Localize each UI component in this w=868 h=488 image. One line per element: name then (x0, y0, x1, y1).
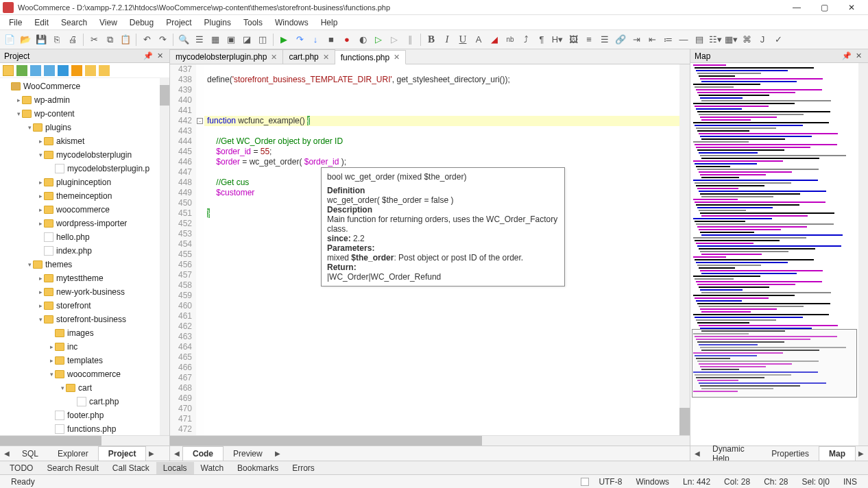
undo-icon[interactable]: ↶ (140, 33, 154, 47)
menu-plugins[interactable]: Plugins (198, 16, 237, 29)
color-icon[interactable]: ◢ (487, 33, 501, 47)
script-icon[interactable]: ⌘ (740, 33, 754, 47)
copy-icon[interactable]: ⧉ (103, 33, 117, 47)
tree-node[interactable]: ▸woocommerce (1, 203, 168, 217)
stop-icon[interactable]: ■ (324, 33, 338, 47)
menu-windows[interactable]: Windows (269, 16, 315, 29)
link-icon[interactable]: 🔗 (614, 33, 627, 47)
tree-node[interactable]: ▾wp-content (1, 107, 168, 121)
tree-node[interactable]: ▾plugins (1, 121, 168, 134)
print-icon[interactable]: 🖨 (66, 33, 80, 47)
tab-sql[interactable]: SQL (12, 447, 48, 461)
editor-tab[interactable]: functions.php✕ (335, 50, 406, 64)
form-icon[interactable]: ▤ (692, 33, 706, 47)
bottom-tab-bookmarks[interactable]: Bookmarks (230, 462, 285, 474)
tab-nav-right[interactable]: ▶ (146, 450, 157, 457)
tree-node[interactable]: ▾cart (1, 381, 168, 395)
menu-project[interactable]: Project (160, 16, 197, 29)
expand-icon[interactable]: ▾ (48, 367, 55, 381)
expand-icon[interactable]: ▾ (15, 107, 22, 121)
minimize-button[interactable]: — (783, 3, 810, 12)
expand-icon[interactable]: ▸ (37, 271, 44, 285)
continue-icon[interactable]: ▷ (372, 33, 385, 47)
tab-close-icon[interactable]: ✕ (271, 53, 277, 62)
align-left-icon[interactable]: ≡ (582, 33, 596, 47)
tree-node[interactable]: images (1, 326, 168, 340)
outdent-icon[interactable]: ⇤ (645, 33, 659, 47)
tab-nav-left[interactable]: ◀ (171, 450, 182, 457)
tree-node[interactable]: ▸inc (1, 340, 168, 354)
paragraph-icon[interactable]: ¶ (535, 33, 548, 47)
search-icon[interactable]: 🔍 (177, 33, 191, 47)
nbsp-icon[interactable]: nb (503, 33, 517, 47)
tree-node[interactable]: ▾storefront-business (1, 313, 168, 326)
hr-icon[interactable]: — (677, 33, 690, 47)
tool-icon[interactable]: ▦ (208, 33, 222, 47)
tree-node[interactable]: ▸wordpress-importer (1, 217, 168, 230)
editor-tab[interactable]: cart.php✕ (283, 49, 335, 64)
save-icon[interactable]: 💾 (34, 33, 48, 47)
expand-icon[interactable]: ▸ (15, 93, 22, 107)
map-pin-icon[interactable]: 📌 (840, 51, 854, 60)
expand-icon[interactable]: ▾ (26, 121, 33, 134)
tool3-icon[interactable]: ◪ (240, 33, 254, 47)
list-icon[interactable]: ≔ (661, 33, 675, 47)
bookmark-icon[interactable]: ☰ (193, 33, 206, 47)
tree-hscroll[interactable] (0, 435, 169, 446)
validate-icon[interactable]: ✓ (771, 33, 785, 47)
tab-preview[interactable]: Preview (224, 447, 272, 461)
anchor-icon[interactable]: ⤴ (519, 33, 533, 47)
fold-column[interactable]: - (196, 64, 204, 435)
tree-node[interactable]: ▸storefront (1, 299, 168, 313)
bottom-tab-todo[interactable]: TODO (3, 462, 40, 474)
bottom-tab-locals[interactable]: Locals (156, 462, 194, 474)
expand-icon[interactable]: ▾ (37, 313, 44, 326)
expand-icon[interactable]: ▸ (48, 340, 55, 354)
image-icon[interactable]: 🖼 (566, 33, 580, 47)
expand-icon[interactable]: ▸ (37, 203, 44, 217)
pt-copy-icon[interactable] (30, 65, 41, 76)
tree-node[interactable]: ▸templates (1, 354, 168, 367)
menu-search[interactable]: Search (55, 16, 93, 29)
tool2-icon[interactable]: ▣ (224, 33, 238, 47)
expand-icon[interactable]: ▸ (37, 134, 44, 148)
tree-node[interactable]: ▾woocommerce (1, 367, 168, 381)
minimap[interactable] (690, 63, 868, 446)
font-icon[interactable]: A (472, 33, 485, 47)
save-all-icon[interactable]: ⎘ (50, 33, 64, 47)
tree-node[interactable]: functions.php (1, 422, 168, 435)
editor-vscroll[interactable] (679, 64, 690, 435)
pt-refresh-icon[interactable] (71, 65, 82, 76)
list2-icon[interactable]: ☷▾ (708, 33, 722, 47)
step-into-icon[interactable]: ↓ (309, 33, 322, 47)
new-file-icon[interactable]: 📄 (3, 33, 16, 47)
tree-node[interactable]: WooCommerce (1, 80, 168, 93)
tab-nav-left[interactable]: ◀ (692, 450, 703, 457)
bottom-tab-watch[interactable]: Watch (194, 462, 231, 474)
tab-code[interactable]: Code (182, 446, 224, 461)
expand-icon[interactable]: ▸ (37, 285, 44, 299)
tab-properties[interactable]: Properties (762, 447, 819, 461)
menu-tools[interactable]: Tools (237, 16, 269, 29)
bottom-tab-call-stack[interactable]: Call Stack (106, 462, 156, 474)
step-over-icon[interactable]: ↷ (293, 33, 306, 47)
paste-icon[interactable]: 📋 (119, 33, 132, 47)
expand-icon[interactable]: ▸ (37, 175, 44, 189)
status-platform[interactable]: Windows (629, 477, 676, 487)
editor-tab[interactable]: mycodelobsterplugin.php✕ (170, 49, 283, 64)
tab-nav-left[interactable]: ◀ (1, 450, 12, 457)
breakpoint-icon[interactable]: ● (340, 33, 354, 47)
tree-node[interactable]: ▸wp-admin (1, 93, 168, 107)
table-icon[interactable]: ▦▾ (724, 33, 738, 47)
expand-icon[interactable]: ▾ (59, 381, 66, 395)
pt-settings-icon[interactable] (44, 65, 55, 76)
tree-node[interactable]: ▾themes (1, 258, 168, 271)
menu-help[interactable]: Help (315, 16, 344, 29)
map-vscroll[interactable] (858, 63, 868, 446)
italic-icon[interactable]: I (440, 33, 454, 47)
pt-add-icon[interactable] (16, 65, 27, 76)
tab-project[interactable]: Project (98, 446, 147, 461)
bottom-tab-search-result[interactable]: Search Result (40, 462, 105, 474)
expand-icon[interactable]: ▸ (48, 354, 55, 367)
tree-node[interactable]: ▾mycodelobsterplugin (1, 148, 168, 162)
